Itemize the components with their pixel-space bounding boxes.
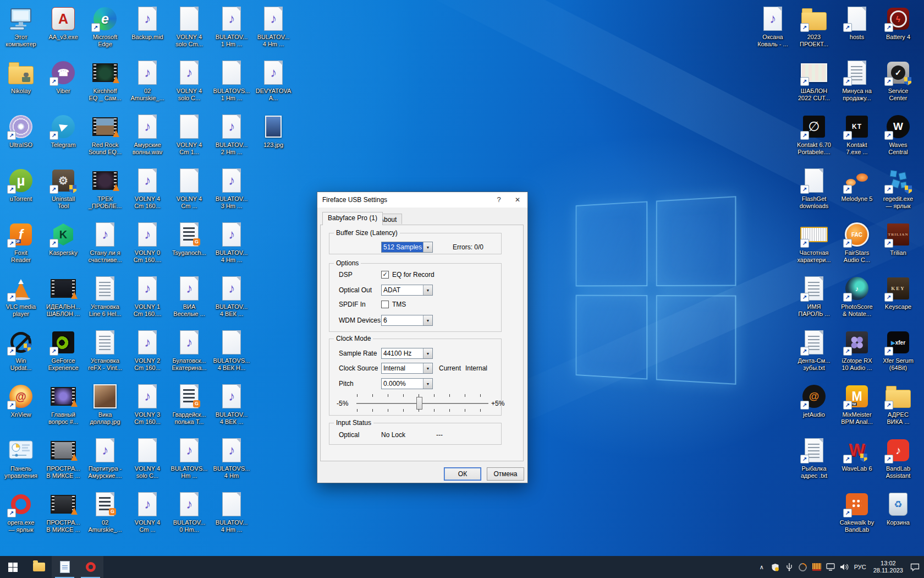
desktop-icon[interactable]: ↗2023 ПРОЕКТ...: [792, 6, 836, 48]
wdm-devices-select[interactable]: 6 ▼: [381, 315, 433, 326]
rme-usb-icon[interactable]: [799, 556, 807, 578]
desktop-icon[interactable]: ↗opera.exe — ярлык: [0, 491, 43, 533]
fireface-mixer-icon[interactable]: [812, 556, 821, 578]
desktop-icon[interactable]: ♪VOLNY 0 Cm 160....: [125, 221, 169, 264]
desktop-icon[interactable]: ♪02 Amurskie_...: [125, 59, 169, 102]
close-icon[interactable]: ✕: [509, 192, 526, 208]
desktop-icon[interactable]: ♪VOLNY 4 Cm ...: [125, 491, 169, 533]
pitch-slider-track[interactable]: [356, 403, 488, 405]
desktop-icon[interactable]: ТРЕК _ПРОБЛЕ...: [83, 167, 127, 210]
desktop-icon[interactable]: AAA_v3.exe: [41, 6, 85, 41]
desktop-icon[interactable]: GTsyganoch...: [167, 221, 211, 257]
desktop-icon[interactable]: ИДЕАЛЬН... ШАБЛОН ...: [41, 275, 85, 318]
taskbar-start-button[interactable]: [0, 556, 26, 578]
cancel-button[interactable]: Отмена: [487, 467, 524, 481]
desktop-icon[interactable]: ↗regedit.exe — ярлык: [876, 167, 920, 210]
desktop-icon[interactable]: Установка Line 6 Hel...: [83, 275, 127, 318]
desktop-icon[interactable]: ↗Частотная характери...: [792, 221, 836, 264]
desktop-icon[interactable]: ♪BULATOV... 4 ВЕК ...: [210, 383, 254, 426]
desktop-icon[interactable]: ↗hosts: [835, 6, 879, 41]
desktop-icon[interactable]: ♪VOLNY 4 Cm 160...: [125, 167, 169, 210]
buffer-size-select[interactable]: 512 Samples ▼: [381, 242, 433, 253]
hidden-icons-chevron-icon[interactable]: ∧: [757, 556, 766, 578]
desktop-icon[interactable]: ↗АДРЕС ВИКА ...: [876, 383, 920, 426]
pitch-select[interactable]: 0.000% ▼: [381, 378, 433, 389]
desktop-icon[interactable]: GГвардейск... полька Т...: [167, 383, 211, 426]
desktop-icon[interactable]: ♪VOLNY 1 Cm 160....: [125, 275, 169, 318]
taskbar-notepad-button[interactable]: [52, 556, 78, 578]
desktop-icon[interactable]: VOLNY 4 solo C...: [125, 437, 169, 479]
desktop-icon[interactable]: ↗iZotope RX 10 Audio ...: [835, 329, 879, 372]
action-center-icon[interactable]: [910, 556, 920, 578]
desktop-icon[interactable]: ♪DEVYATOVA A...: [251, 59, 295, 102]
optical-out-select[interactable]: ADAT ▼: [381, 285, 433, 296]
desktop-icon[interactable]: µ↗uTorrent: [0, 167, 43, 203]
desktop-icon[interactable]: W↗Waves Central: [876, 113, 920, 156]
desktop-icon[interactable]: ↗Win Updat...: [0, 329, 43, 372]
sample-rate-select[interactable]: 44100 Hz ▼: [381, 348, 433, 359]
chevron-down-icon[interactable]: ▼: [423, 315, 432, 325]
help-button[interactable]: ?: [490, 192, 508, 208]
desktop-icon[interactable]: ♪BULATOV... 4 ВЕК ...: [210, 275, 254, 318]
desktop-icon[interactable]: ↗Минуса на продажу...: [835, 59, 879, 102]
desktop-icon[interactable]: ♪↗BandLab Assistant: [876, 437, 920, 479]
desktop-icon[interactable]: ♪Амурские волны.wav: [125, 113, 169, 156]
desktop-icon[interactable]: ♪Оксана Коваль - ...: [751, 6, 795, 48]
desktop-icon[interactable]: MBPM↗MixMeister BPM Anal...: [835, 383, 879, 426]
chevron-down-icon[interactable]: ▼: [423, 242, 432, 252]
desktop-icon[interactable]: KT↗Kontakt 7.exe ...: [835, 113, 879, 156]
desktop-icon[interactable]: ♪BULATOV... 1 Hm ...: [210, 6, 254, 48]
pitch-slider-handle[interactable]: [416, 397, 422, 410]
desktop-icon[interactable]: ✓↗Service Center: [876, 59, 920, 102]
desktop-icon[interactable]: ↗Рыбалка адрес .txt: [792, 437, 836, 479]
desktop-icon[interactable]: ♪BULATOVS... Hm ...: [167, 437, 211, 479]
desktop-icon[interactable]: ♪BULATOVS... 4 Hm: [210, 437, 254, 479]
desktop-icon[interactable]: Установка reFX - Vint...: [83, 329, 127, 372]
desktop-icon[interactable]: W↗WaveLab 6: [835, 437, 879, 472]
desktop-icon[interactable]: fPDF↗Foxit Reader: [0, 221, 43, 264]
desktop-icon[interactable]: ♪Булатовск... Екатерина...: [167, 329, 211, 372]
desktop-icon[interactable]: ♪VOLNY 3 Cm 160...: [125, 383, 169, 426]
desktop-icon[interactable]: Вика доллар.jpg: [83, 383, 127, 426]
desktop-icon[interactable]: ↗Cakewalk by BandLab: [835, 491, 879, 533]
desktop-icon[interactable]: ♪BULATOV... 0 Hm...: [167, 491, 211, 533]
desktop-icon[interactable]: Главный вопрос #...: [41, 383, 85, 426]
desktop-icon[interactable]: ⚙↗Uninstall Tool: [41, 167, 85, 210]
network-icon[interactable]: [826, 556, 835, 578]
desktop-icon[interactable]: ↗ИМЯ ПАРОЛЬ ...: [792, 275, 836, 318]
desktop-icon[interactable]: ♪ВИА Веселые ...: [167, 275, 211, 318]
desktop-icon[interactable]: KEY↗Keyscape: [876, 275, 920, 310]
desktop-icon[interactable]: @↗XnView: [0, 383, 43, 418]
usb-device-icon[interactable]: [785, 556, 794, 578]
clock[interactable]: 13:02 28.11.2023: [871, 560, 905, 574]
desktop-icon[interactable]: ↗FlashGet downloads: [792, 167, 836, 210]
desktop-icon[interactable]: e↗Microsoft Edge: [83, 6, 127, 48]
desktop-icon[interactable]: ♪BULATOV... 3 Hm ...: [210, 167, 254, 210]
desktop-icon[interactable]: ↗Дента-См... зубы.txt: [792, 329, 836, 372]
defender-icon[interactable]: [771, 556, 780, 578]
desktop-icon[interactable]: VOLNY 4 Cm 1...: [167, 113, 211, 156]
desktop-icon[interactable]: ϟ↗Battery 4: [876, 6, 920, 41]
desktop-icon[interactable]: ПРОСТРА... В МИКСЕ ...: [41, 491, 85, 533]
desktop-icon[interactable]: ↗Melodyne 5: [835, 167, 879, 203]
desktop-icon[interactable]: VOLNY 4 Cm ...: [167, 167, 211, 210]
chevron-down-icon[interactable]: ▼: [423, 285, 432, 295]
desktop-icon[interactable]: ♪Стану ли я счастливе...: [83, 221, 127, 264]
desktop-icon[interactable]: K↗Kaspersky: [41, 221, 85, 257]
desktop-icon[interactable]: ↗ШАБЛОН 2022 CUT...: [792, 59, 836, 102]
desktop-icon[interactable]: G02 Amurskie_...: [83, 491, 127, 533]
desktop-icon[interactable]: ПРОСТРА... В МИКСЕ ...: [41, 437, 85, 479]
clock-source-select[interactable]: Internal ▼: [381, 363, 433, 374]
desktop-icon[interactable]: ▶xfer↗Xfer Serum (64Bit): [876, 329, 920, 372]
desktop-icon[interactable]: ♪BULATOV... 4 Hm ...: [210, 221, 254, 264]
desktop-icon[interactable]: Red Rock Sound EQ...: [83, 113, 127, 156]
desktop-icon[interactable]: ☎↗Viber: [41, 59, 85, 95]
desktop-icon[interactable]: FAC↗FairStars Audio C...: [835, 221, 879, 264]
desktop-icon[interactable]: ♪Backup.mid: [125, 6, 169, 41]
desktop-icon[interactable]: ∅↗Kontakt 6.70 Portabele....: [792, 113, 836, 156]
tab-babyface-pro[interactable]: Babyface Pro (1): [322, 212, 383, 225]
ok-button[interactable]: ОК: [444, 467, 481, 481]
eq-for-record-checkbox[interactable]: ✓: [381, 271, 389, 279]
volume-icon[interactable]: [840, 556, 849, 578]
desktop-icon[interactable]: @↗jetAudio: [792, 383, 836, 418]
